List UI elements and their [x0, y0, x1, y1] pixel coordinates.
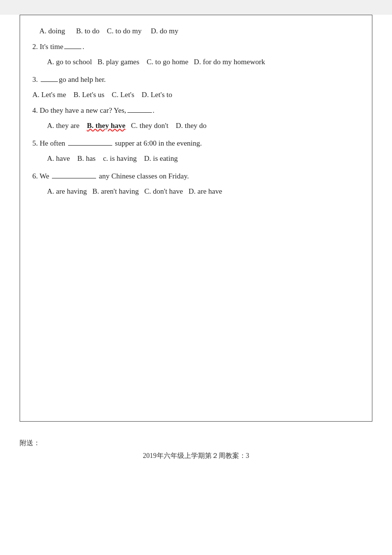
q5-options: A. have B. has c. is having D. is eating [47, 152, 360, 165]
q2-opt-d: D. for do my homework [194, 58, 265, 66]
q1-options-text: A. doing B. to do C. to do my D. do my [32, 27, 178, 35]
q3-opt-c: C. Let's [112, 91, 140, 99]
q4-opt-b: B. they have [87, 122, 125, 129]
q6-opt-c: C. don't have [144, 187, 186, 195]
q6-question: 6. We any Chinese classes on Friday. [32, 170, 360, 183]
q5-opt-a: A. have [47, 154, 75, 162]
q6-options: A. are having B. aren't having C. don't … [47, 185, 360, 198]
q3-opt-a: A. Let's me [32, 91, 72, 99]
q5-opt-d: D. is eating [144, 154, 178, 162]
footer-note: 附送： [20, 439, 372, 448]
content-box: A. doing B. to do C. to do my D. do my 2… [20, 15, 372, 422]
q5-opt-b: B. has [77, 154, 101, 162]
q6-opt-d: D. are have [189, 187, 222, 195]
q5-text: 5. He often supper at 6:00 in the evenin… [32, 139, 202, 147]
q4-opt-c: C. they don't [127, 122, 174, 129]
q6-opt-b: B. aren't having [92, 187, 142, 195]
q5-question: 5. He often supper at 6:00 in the evenin… [32, 137, 360, 150]
footer-section: 附送： 2019年六年级上学期第２周教案：3 [0, 431, 392, 465]
q5-opt-c: c. is having [103, 154, 142, 162]
q2-opt-a: A. go to school [47, 58, 96, 66]
q6-text: 6. We any Chinese classes on Friday. [32, 172, 189, 180]
q1-options-line: A. doing B. to do C. to do my D. do my [32, 25, 360, 38]
q2-opt-b: B. play games [98, 58, 145, 66]
q2-text: 2. It's time. [32, 43, 84, 50]
q4-opt-a: A. they are [47, 122, 85, 129]
q4-text: 4. Do they have a new car? Yes,. [32, 106, 154, 114]
footer-center: 2019年六年级上学期第２周教案：3 [20, 452, 372, 460]
q3-opt-d: D. Let's to [142, 91, 172, 99]
q4-opt-d: D. they do [176, 122, 207, 129]
q3-question: 3. go and help her. [32, 74, 360, 86]
q2-opt-c: C. to go home [147, 58, 192, 66]
q6-opt-a: A. are having [47, 187, 91, 195]
q3-opt-b: B. Let's us [74, 91, 110, 99]
q4-question: 4. Do they have a new car? Yes,. [32, 104, 360, 117]
q3-options: A. Let's me B. Let's us C. Let's D. Let'… [32, 89, 360, 101]
q4-options: A. they are B. they have C. they don't D… [47, 120, 360, 132]
q3-text: 3. go and help her. [32, 76, 106, 83]
q2-question: 2. It's time. [32, 41, 360, 53]
page: A. doing B. to do C. to do my D. do my 2… [0, 15, 392, 555]
q2-options: A. go to school B. play games C. to go h… [47, 56, 360, 69]
